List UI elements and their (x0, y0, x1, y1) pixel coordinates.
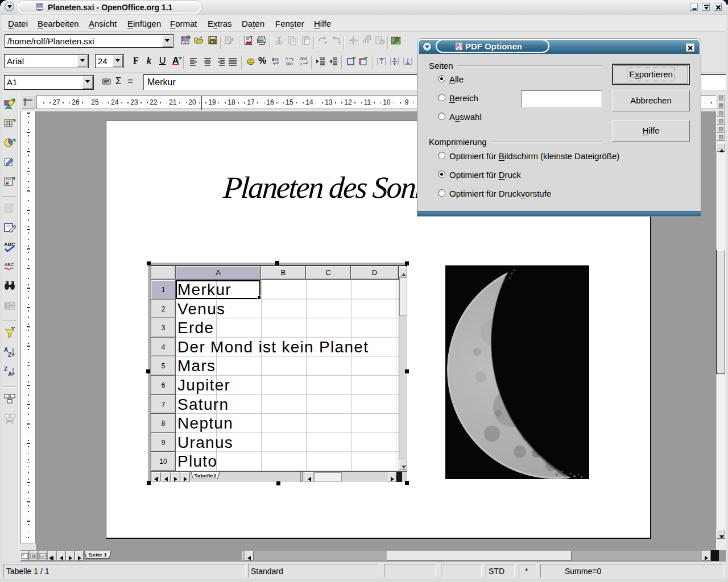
svg-text:.000: .000 (299, 57, 307, 61)
svg-text:0: 0 (300, 62, 302, 66)
svg-text:A: A (8, 371, 12, 377)
svg-text:0: 0 (286, 57, 288, 61)
svg-text:Z: Z (8, 352, 11, 358)
svg-text:$%: $% (272, 57, 279, 62)
svg-text:ABC: ABC (5, 262, 14, 267)
svg-text:Z: Z (4, 366, 7, 372)
svg-text:.000: .000 (285, 62, 293, 66)
